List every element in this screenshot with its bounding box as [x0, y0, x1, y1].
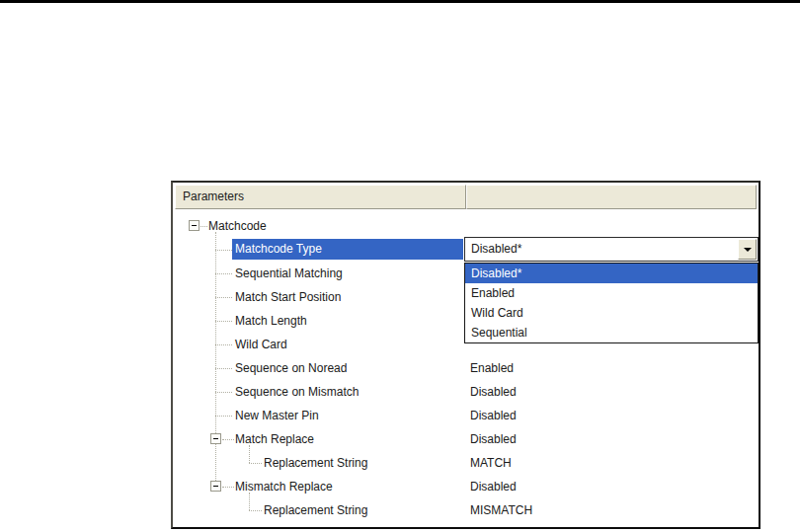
tree-item-label[interactable]: Match Length	[235, 309, 307, 333]
dropdown-option[interactable]: Sequential	[465, 323, 758, 342]
tree-connector-stub	[215, 297, 232, 298]
tree-row: Replacement StringMISMATCH	[173, 498, 759, 522]
tree-connector-stub	[200, 226, 207, 227]
tree-expander-minus-icon[interactable]	[210, 481, 221, 492]
combobox-value: Disabled*	[465, 238, 758, 261]
parameters-panel: Parameters MatchcodeMatchcode TypeSequen…	[171, 181, 760, 529]
tree-row: Sequence on NoreadEnabled	[173, 356, 759, 380]
matchcode-type-combobox[interactable]: Disabled*	[464, 237, 759, 262]
tree-row: Mismatch ReplaceDisabled	[173, 475, 759, 498]
tree-connector-stub	[215, 273, 232, 274]
tree-item-label[interactable]: Replacement String	[264, 451, 367, 475]
tree-item-label[interactable]: Matchcode Type	[232, 239, 463, 260]
column-header-bar: Parameters	[175, 185, 757, 209]
tree-connector-stub	[249, 510, 262, 511]
minus-glyph	[213, 486, 218, 487]
tree-item-label[interactable]: Matchcode	[208, 214, 267, 238]
tree-connector-stub	[215, 321, 232, 322]
param-value: Disabled	[470, 404, 517, 427]
param-value: Disabled	[470, 475, 517, 498]
tree-item-label[interactable]: Sequential Matching	[235, 262, 343, 285]
selected-row-highlight[interactable]: Matchcode Type	[232, 239, 463, 260]
combobox-dropdown-button[interactable]	[738, 239, 757, 260]
tree-item-label[interactable]: Match Start Position	[235, 285, 341, 309]
param-value: Enabled	[470, 356, 514, 380]
column-header-parameters[interactable]: Parameters	[175, 185, 466, 209]
dropdown-option[interactable]: Disabled*	[465, 264, 758, 283]
param-value: MISMATCH	[470, 498, 532, 522]
tree-item-label[interactable]: Sequence on Noread	[235, 356, 347, 380]
tree-expander-minus-icon[interactable]	[189, 220, 200, 231]
tree-item-label[interactable]: Sequence on Mismatch	[235, 380, 359, 404]
tree-connector-stub	[249, 463, 262, 464]
dropdown-option[interactable]: Wild Card	[465, 303, 758, 323]
tree-connector-stub	[215, 368, 232, 369]
minus-glyph	[192, 225, 197, 226]
top-rule	[0, 0, 800, 3]
tree-connector-stub	[215, 250, 232, 251]
chevron-down-icon	[744, 248, 752, 252]
tree-item-label[interactable]: Replacement String	[264, 498, 367, 522]
tree-connector-stub	[215, 392, 232, 393]
column-header-value[interactable]	[466, 185, 757, 209]
tree-row: New Master PinDisabled	[173, 404, 759, 427]
tree-connector-stub	[215, 416, 232, 417]
tree-row: Sequence on MismatchDisabled	[173, 380, 759, 404]
tree-item-label[interactable]: Mismatch Replace	[235, 475, 333, 498]
param-value: MATCH	[470, 451, 512, 475]
tree-item-label[interactable]: Wild Card	[235, 333, 287, 356]
tree-row: Match ReplaceDisabled	[173, 427, 759, 451]
tree-expander-minus-icon[interactable]	[210, 433, 221, 444]
tree-row: Matchcode	[173, 214, 759, 238]
dropdown-option[interactable]: Enabled	[465, 283, 758, 303]
parameters-tree: MatchcodeMatchcode TypeSequential Matchi…	[173, 209, 759, 527]
tree-row: Replacement StringMATCH	[173, 451, 759, 475]
tree-connector-stub	[222, 487, 234, 488]
minus-glyph	[213, 438, 218, 439]
param-value: Disabled	[470, 380, 517, 404]
param-value: Disabled	[470, 427, 517, 451]
tree-item-label[interactable]: Match Replace	[235, 427, 314, 451]
matchcode-type-dropdown-list: Disabled*EnabledWild CardSequential	[464, 263, 759, 343]
tree-connector-stub	[215, 344, 232, 345]
tree-connector-stub	[222, 439, 234, 440]
tree-item-label[interactable]: New Master Pin	[235, 404, 319, 427]
